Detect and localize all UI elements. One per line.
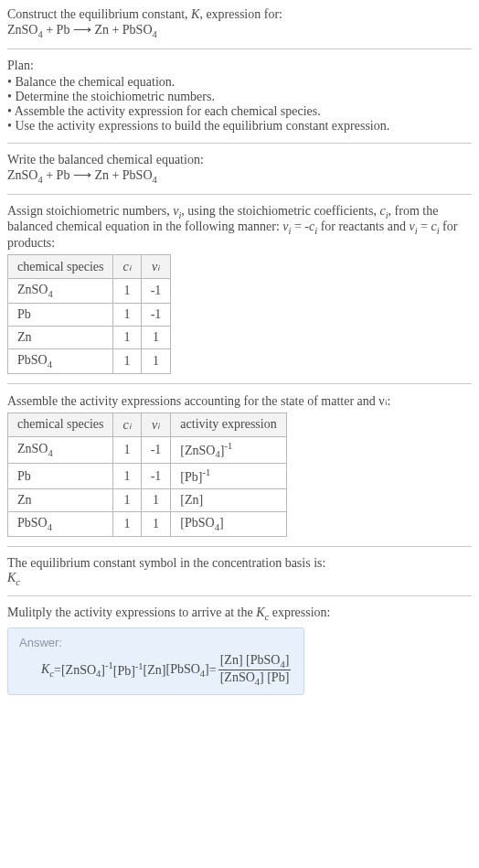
question-block: Construct the equilibrium constant, K, e…: [7, 7, 472, 39]
cell-ci: 1: [113, 326, 141, 348]
conc-basis-block: The equilibrium constant symbol in the c…: [7, 556, 472, 587]
stoich-text-b: , using the stoichiometric coefficients,: [181, 204, 379, 218]
cell-nui: 1: [141, 511, 171, 536]
plan-item: Assemble the activity expression for eac…: [7, 104, 472, 119]
products: Zn + PbSO: [91, 23, 153, 37]
th-species: chemical species: [8, 255, 113, 279]
term-3: [Zn]: [144, 663, 166, 678]
cell-nui: 1: [141, 488, 171, 511]
cell-ci: 1: [113, 436, 141, 463]
table-row: PbSO4 1 1: [8, 348, 171, 373]
balanced-equation: ZnSO4 + Pb ⟶ Zn + PbSO4: [7, 168, 157, 182]
balanced-block: Write the balanced chemical equation: Zn…: [7, 153, 472, 185]
table-row: Pb 1 -1 [Pb]-1: [8, 464, 287, 489]
kc-k: K: [7, 571, 16, 584]
cell-activity: [ZnSO4]-1: [171, 436, 286, 463]
eq1-eq: = -: [291, 220, 309, 233]
divider: [7, 546, 472, 547]
t: [PbSO: [165, 662, 199, 676]
cell-nui: 1: [141, 326, 171, 348]
t-sup: -1: [105, 660, 113, 670]
activity-block: Assemble the activity expressions accoun…: [7, 393, 472, 537]
sp-sub: 4: [48, 522, 52, 532]
th-nui: νᵢ: [141, 255, 171, 279]
activity-header: Assemble the activity expressions accoun…: [7, 393, 472, 409]
fraction-denominator: [ZnSO4] [Pb]: [218, 670, 292, 687]
table-row: Pb 1 -1: [8, 303, 171, 326]
stoich-block: Assign stoichiometric numbers, νi, using…: [7, 204, 472, 374]
kc-lhs: Kc: [41, 662, 54, 679]
cell-nui: -1: [141, 464, 171, 489]
den-post: ] [Pb]: [260, 670, 289, 684]
table-row: Zn 1 1: [8, 326, 171, 348]
cell-species: ZnSO4: [8, 279, 113, 304]
fraction-numerator: [Zn] [PbSO4]: [218, 653, 292, 670]
ae-sup: -1: [224, 441, 232, 451]
cell-ci: 1: [113, 511, 141, 536]
b-reactant-1: ZnSO: [7, 168, 37, 182]
num-post: ]: [285, 653, 290, 667]
reactant-1: ZnSO: [7, 23, 37, 37]
answer-label: Answer:: [19, 636, 293, 649]
sp: PbSO: [17, 353, 48, 367]
divider: [7, 143, 472, 144]
t: [ZnSO: [61, 663, 96, 677]
ae-pre: [PbSO: [180, 516, 214, 530]
plan-item: Determine the stoichiometric numbers.: [7, 90, 472, 104]
den-a: [ZnSO: [220, 670, 255, 684]
term-2: [Pb]-1: [113, 661, 144, 679]
cell-activity: [Pb]-1: [171, 464, 286, 489]
cell-species: Zn: [8, 488, 113, 511]
b-plus-1: + Pb: [43, 168, 73, 182]
balanced-header: Write the balanced chemical equation:: [7, 153, 472, 167]
cell-ci: 1: [113, 279, 141, 304]
plus-1: + Pb: [43, 23, 73, 37]
cell-ci: 1: [113, 303, 141, 326]
term-1: [ZnSO4]-1: [61, 660, 113, 679]
ae-pre: [Zn: [180, 493, 198, 507]
ae-post: ]: [199, 493, 204, 507]
divider: [7, 48, 472, 49]
eq-sign-1: =: [54, 663, 61, 678]
cell-ci: 1: [113, 348, 141, 373]
sp-sub: 4: [48, 448, 52, 458]
stoich-text-a: Assign stoichiometric numbers,: [7, 204, 173, 218]
kc-c: c: [16, 576, 20, 586]
table-header-row: chemical species cᵢ νᵢ: [8, 255, 171, 279]
kc-expression: Kc = [ZnSO4]-1 [Pb]-1 [Zn] [PbSO4] = [Zn…: [19, 653, 293, 687]
th-species: chemical species: [8, 413, 113, 436]
ae-pre: [ZnSO: [180, 443, 215, 456]
stoich-text-react: for reactants and: [317, 220, 409, 233]
table-header-row: chemical species cᵢ νᵢ activity expressi…: [8, 413, 287, 436]
answer-box: Answer: Kc = [ZnSO4]-1 [Pb]-1 [Zn] [PbSO…: [7, 627, 304, 695]
sp-sub: 4: [48, 359, 52, 370]
cell-species: Pb: [8, 303, 113, 326]
cell-activity: [Zn]: [171, 488, 286, 511]
divider: [7, 595, 472, 596]
plan-block: Plan: Balance the chemical equation. Det…: [7, 59, 472, 134]
question-text-a: Construct the equilibrium constant,: [7, 7, 191, 21]
cell-nui: 1: [141, 348, 171, 373]
term-4: [PbSO4]: [165, 662, 208, 679]
divider: [7, 383, 472, 384]
cell-species: Zn: [8, 326, 113, 348]
th-ci: cᵢ: [113, 255, 141, 279]
cell-ci: 1: [113, 464, 141, 489]
table-row: ZnSO4 1 -1 [ZnSO4]-1: [8, 436, 287, 463]
t: [Pb]: [113, 664, 135, 678]
sp: ZnSO: [17, 442, 48, 455]
t-sup: -1: [135, 661, 144, 671]
cell-species: ZnSO4: [8, 436, 113, 463]
cell-activity: [PbSO4]: [171, 511, 286, 536]
activity-table: chemical species cᵢ νᵢ activity expressi…: [7, 413, 287, 537]
cell-nui: -1: [141, 279, 171, 304]
cell-species: Pb: [8, 464, 113, 489]
ae-sup: -1: [202, 467, 210, 477]
plan-list: Balance the chemical equation. Determine…: [7, 75, 472, 134]
sp: ZnSO: [17, 283, 48, 296]
arrow-icon: ⟶: [73, 168, 91, 182]
fraction: [Zn] [PbSO4] [ZnSO4] [Pb]: [218, 653, 292, 687]
cell-species: PbSO4: [8, 348, 113, 373]
th-ci: cᵢ: [113, 413, 141, 436]
products-sub: 4: [153, 29, 157, 39]
